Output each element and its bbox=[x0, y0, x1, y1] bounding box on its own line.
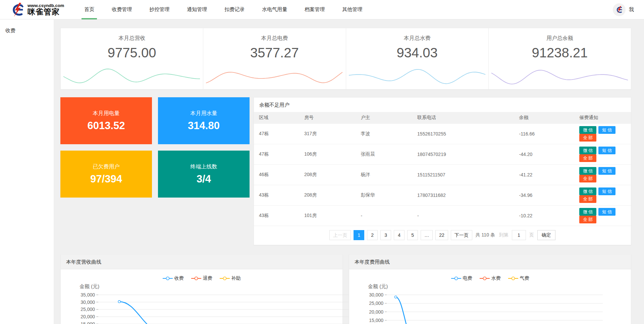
sms-notify-button[interactable]: 短信 bbox=[598, 167, 615, 175]
chart-card-0: 本年度营收曲线收费退费补助金额 (元)05,00010,00015,00020,… bbox=[60, 254, 343, 324]
cell-owner: 李波 bbox=[356, 123, 412, 144]
stat-value: 3577.27 bbox=[250, 45, 299, 60]
kpi-tile-3[interactable]: 终端上线数3/4 bbox=[158, 151, 250, 198]
stat-card-3: 用户总余额91238.21 bbox=[488, 28, 631, 89]
cell-balance: -116.66 bbox=[514, 123, 575, 144]
kpi-tile-1[interactable]: 本月用水量314.80 bbox=[158, 97, 250, 144]
nav-item-6[interactable]: 档案管理 bbox=[296, 0, 333, 19]
stat-sparkline bbox=[491, 66, 628, 88]
sms-notify-button[interactable]: 短信 bbox=[598, 187, 615, 195]
stat-sparkline bbox=[206, 66, 343, 88]
wechat-notify-button[interactable]: 微信 bbox=[579, 167, 596, 175]
sms-notify-button[interactable]: 短信 bbox=[598, 126, 615, 134]
tile-value: 97/394 bbox=[90, 173, 122, 185]
stat-title: 用户总余额 bbox=[546, 35, 573, 42]
legend-label: 气费 bbox=[520, 275, 529, 281]
stat-sparkline bbox=[349, 66, 486, 88]
balance-table-title: 余额不足用户 bbox=[254, 98, 631, 112]
page-button-22[interactable]: 22 bbox=[435, 230, 448, 240]
table-row: 43栋208房彭保华17807311682-34.96微信短信全部 bbox=[254, 185, 631, 205]
nav-item-1[interactable]: 收费管理 bbox=[103, 0, 141, 19]
svg-text:15,000: 15,000 bbox=[80, 321, 95, 324]
all-notify-button[interactable]: 全部 bbox=[579, 134, 596, 142]
page-button-3[interactable]: 3 bbox=[380, 230, 391, 240]
svg-text:20,000: 20,000 bbox=[80, 314, 95, 319]
table-row: 47栋317房李波15526170255-116.66微信短信全部 bbox=[254, 123, 631, 144]
legend-item-退费[interactable]: 退费 bbox=[191, 275, 212, 281]
stat-card-2: 本月总水费934.03 bbox=[346, 28, 488, 89]
all-notify-button[interactable]: 全部 bbox=[579, 195, 596, 203]
cell-balance: -44.20 bbox=[514, 144, 575, 164]
cell-area: 43栋 bbox=[254, 185, 299, 205]
table-row: 47栋106房张雨晨18074570219-44.20微信短信全部 bbox=[254, 144, 631, 164]
avatar bbox=[613, 3, 626, 16]
tile-value: 6013.52 bbox=[87, 120, 125, 132]
cell-balance: -10.22 bbox=[514, 205, 575, 226]
page-ellipsis[interactable]: … bbox=[421, 230, 433, 240]
sidebar-item-0[interactable]: 收费 bbox=[0, 23, 54, 38]
wechat-notify-button[interactable]: 微信 bbox=[579, 126, 596, 134]
nav-item-2[interactable]: 抄控管理 bbox=[141, 0, 178, 19]
sms-notify-button[interactable]: 短信 bbox=[598, 147, 615, 154]
svg-text:金额 (元): 金额 (元) bbox=[79, 283, 99, 289]
stat-card-0: 本月总营收9775.00 bbox=[61, 28, 203, 89]
cell-area: 43栋 bbox=[254, 205, 299, 226]
legend-label: 收费 bbox=[174, 275, 184, 281]
user-menu[interactable]: 我 bbox=[613, 3, 644, 16]
main-nav: 首页收费管理抄控管理通知管理扣费记录水电气用量档案管理其他管理 bbox=[75, 0, 371, 19]
cell-owner: 彭保华 bbox=[356, 185, 412, 205]
wechat-notify-button[interactable]: 微信 bbox=[579, 147, 596, 154]
wechat-notify-button[interactable]: 微信 bbox=[579, 208, 596, 216]
nav-item-0[interactable]: 首页 bbox=[75, 0, 103, 19]
cell-actions: 微信短信全部 bbox=[574, 123, 631, 144]
svg-text:35,000: 35,000 bbox=[80, 292, 95, 298]
page-button-2[interactable]: 2 bbox=[367, 230, 378, 240]
stat-title: 本月总电费 bbox=[261, 35, 288, 42]
cell-area: 46栋 bbox=[254, 164, 299, 185]
sms-notify-button[interactable]: 短信 bbox=[598, 208, 615, 216]
all-notify-button[interactable]: 全部 bbox=[579, 175, 596, 182]
page-prev-button[interactable]: 上一页 bbox=[329, 230, 351, 240]
svg-text:25,000: 25,000 bbox=[80, 307, 95, 312]
tile-value: 3/4 bbox=[197, 173, 211, 185]
nav-item-3[interactable]: 通知管理 bbox=[178, 0, 216, 19]
nav-item-4[interactable]: 扣费记录 bbox=[216, 0, 253, 19]
page-button-5[interactable]: 5 bbox=[407, 230, 418, 240]
nav-item-7[interactable]: 其他管理 bbox=[333, 0, 371, 19]
legend-label: 补助 bbox=[231, 275, 241, 281]
goto-page-input[interactable] bbox=[512, 230, 526, 240]
kpi-tile-0[interactable]: 本月用电量6013.52 bbox=[60, 97, 152, 144]
legend-item-收费[interactable]: 收费 bbox=[163, 275, 184, 281]
legend-item-气费[interactable]: 气费 bbox=[508, 275, 529, 281]
main-content: 本月总营收9775.00本月总电费3577.27本月总水费934.03用户总余额… bbox=[54, 19, 644, 324]
svg-text:金额 (元): 金额 (元) bbox=[368, 283, 388, 289]
all-notify-button[interactable]: 全部 bbox=[579, 216, 596, 223]
top-navbar: www.csyndb.com 咪雀管家 首页收费管理抄控管理通知管理扣费记录水电… bbox=[0, 0, 644, 19]
logo[interactable]: www.csyndb.com 咪雀管家 bbox=[0, 2, 70, 17]
logo-text: www.csyndb.com 咪雀管家 bbox=[28, 3, 64, 16]
legend-item-电费[interactable]: 电费 bbox=[451, 275, 472, 281]
pagination: 上一页12345…22下一页共 110 条到第页确定 bbox=[254, 226, 631, 240]
sidebar: 收费 bbox=[0, 19, 54, 324]
kpi-tile-2[interactable]: 已欠费用户97/394 bbox=[60, 151, 152, 198]
cell-owner: 杨洋 bbox=[356, 164, 412, 185]
stats-panel: 本月总营收9775.00本月总电费3577.27本月总水费934.03用户总余额… bbox=[60, 28, 631, 90]
goto-confirm-button[interactable]: 确定 bbox=[537, 230, 555, 240]
cell-area: 47栋 bbox=[254, 144, 299, 164]
column-header-3: 联系电话 bbox=[412, 112, 514, 123]
chart-plot: 金额 (元)05,00010,00015,00020,00025,00030,0… bbox=[353, 282, 627, 324]
chart-legend: 电费水费气费 bbox=[353, 271, 627, 282]
all-notify-button[interactable]: 全部 bbox=[579, 154, 596, 162]
page-button-4[interactable]: 4 bbox=[394, 230, 405, 240]
wechat-notify-button[interactable]: 微信 bbox=[579, 187, 596, 195]
tile-label: 已欠费用户 bbox=[93, 163, 120, 170]
page-button-1[interactable]: 1 bbox=[354, 230, 364, 240]
site-url: www.csyndb.com bbox=[28, 3, 64, 8]
page-next-button[interactable]: 下一页 bbox=[451, 230, 472, 240]
legend-item-补助[interactable]: 补助 bbox=[220, 275, 241, 281]
legend-item-水费[interactable]: 水费 bbox=[480, 275, 501, 281]
cell-actions: 微信短信全部 bbox=[574, 164, 631, 185]
nav-item-5[interactable]: 水电气用量 bbox=[253, 0, 296, 19]
stat-title: 本月总水费 bbox=[404, 35, 431, 42]
cell-phone: 18074570219 bbox=[412, 144, 514, 164]
